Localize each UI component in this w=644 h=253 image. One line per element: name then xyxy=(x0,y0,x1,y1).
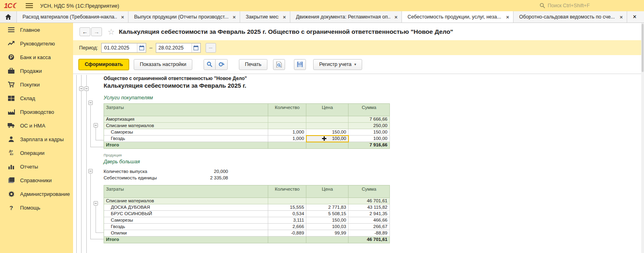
sidebar-item-administrirovanie[interactable]: Администрирование xyxy=(0,187,73,201)
sidebar: Главное Руководителю Банк и касса Продаж… xyxy=(0,23,73,253)
vertical-scrollbar[interactable] xyxy=(641,23,644,253)
collapse-group-button[interactable] xyxy=(79,86,84,91)
close-icon[interactable]: × xyxy=(121,14,124,20)
collapse-product-group-button[interactable] xyxy=(88,169,93,173)
title-bar: 1С☾ УСН, НДС 5% (1С:Предприятие) Поиск C… xyxy=(0,0,644,11)
cell-cursor-icon xyxy=(322,136,327,141)
close-icon[interactable]: × xyxy=(283,14,286,20)
favorite-star-icon[interactable]: ☆ xyxy=(108,27,115,37)
tab-vypusk-produkcii[interactable]: Выпуск продукции (Отчеты производст... × xyxy=(128,11,240,23)
close-icon[interactable]: × xyxy=(506,14,509,20)
briefcase-icon xyxy=(6,67,16,74)
tab-rashod-materialov[interactable]: Расход материалов (Требования-накла... × xyxy=(17,11,128,23)
calendar-icon[interactable] xyxy=(137,43,146,52)
show-settings-button[interactable]: Показать настройки xyxy=(134,59,192,70)
table-row[interactable]: Списание материалов 250,00 xyxy=(104,123,390,129)
unit-cost-line: Себестоимость единицы 2 335,08 xyxy=(104,175,228,181)
services-table: Затраты Количество Цена Сумма Амортизаци… xyxy=(104,103,390,149)
col-zatraty: Затраты xyxy=(104,104,268,116)
back-icon: ← xyxy=(82,29,88,35)
table-row[interactable]: Списание материалов 46 701,61 xyxy=(104,198,390,204)
tab-zakrytie-mesyaca[interactable]: Закрытие месяца × xyxy=(240,11,290,23)
table-row[interactable]: БРУС ОСИНОВЫЙ 0,534 5 508,15 2 941,35 xyxy=(104,211,390,217)
period-more-button[interactable]: ... xyxy=(206,43,216,53)
scrollbar-thumb[interactable] xyxy=(642,24,644,72)
print-button[interactable]: Печать xyxy=(239,59,267,70)
cart-icon xyxy=(6,81,16,88)
sidebar-item-rukovoditelyu[interactable]: Руководителю xyxy=(0,37,73,50)
col-zatraty: Затраты xyxy=(104,185,268,198)
table-row[interactable]: Гвоздь 2,666 100,03 266,67 xyxy=(104,224,390,230)
print-preview-button[interactable] xyxy=(273,59,285,70)
forward-icon: → xyxy=(94,29,100,35)
group-bracket xyxy=(96,128,96,140)
find-next-button[interactable] xyxy=(216,59,228,70)
sidebar-item-pomosch[interactable]: ? Помощь xyxy=(0,201,73,214)
group-bracket xyxy=(96,206,96,232)
search-placeholder: Поиск Ctrl+Shift+F xyxy=(548,3,590,8)
1c-logo: 1С☾ xyxy=(4,2,18,10)
sidebar-item-spravochniki[interactable]: Справочники xyxy=(0,173,73,187)
collapse-materials2-group-button[interactable] xyxy=(94,201,98,206)
period-to-input[interactable] xyxy=(156,43,192,52)
collapse-services-group-button[interactable] xyxy=(88,101,93,105)
table-row[interactable]: Опилки -0,889 99,99 -88,89 xyxy=(104,230,390,237)
group-bracket xyxy=(90,239,104,239)
group-bracket xyxy=(96,232,104,233)
period-from-input[interactable] xyxy=(102,43,137,52)
table-row[interactable]: ДОСКА ДУБОВАЯ 15,555 2 771,83 43 115,82 xyxy=(104,204,390,211)
section-services-label: Услуги покупателям xyxy=(104,95,153,101)
find-button[interactable] xyxy=(204,59,216,70)
tab-clipped[interactable]: × xyxy=(627,11,644,23)
table-row[interactable]: Амортизация 7 666,66 xyxy=(104,116,390,123)
warehouse-icon xyxy=(6,95,16,102)
output-qty-line: Количество выпуска 20,000 xyxy=(104,168,228,175)
col-cena: Цена xyxy=(306,104,348,116)
calendar-icon[interactable] xyxy=(192,43,200,52)
tab-dvizheniya-dokumenta[interactable]: Движения документа: Регламентная оп... × xyxy=(290,11,402,23)
sidebar-item-sklad[interactable]: Склад xyxy=(0,91,73,105)
col-cena: Цена xyxy=(306,185,348,198)
close-icon[interactable]: × xyxy=(633,13,636,21)
save-button[interactable] xyxy=(294,59,306,70)
tab-bar: Расход материалов (Требования-накла... ×… xyxy=(0,11,644,23)
table-total-row[interactable]: Итого 46 701,61 xyxy=(104,237,390,243)
floppy-save-icon xyxy=(297,62,303,67)
group-level-line xyxy=(81,75,82,253)
table-total-row[interactable]: Итого 7 916,66 xyxy=(104,142,390,149)
forward-button[interactable]: → xyxy=(91,27,102,36)
product-name-label: Дверь большая xyxy=(104,159,140,165)
back-button[interactable]: ← xyxy=(79,27,90,36)
table-row[interactable]: Саморезы 1,000 150,00 150,00 xyxy=(104,129,390,136)
sidebar-item-bank-i-kassa[interactable]: Банк и касса xyxy=(0,50,73,64)
sidebar-item-pokupki[interactable]: Покупки xyxy=(0,78,73,91)
sidebar-item-zarplata-i-kadry[interactable]: Зарплата и кадры xyxy=(0,132,73,146)
generate-button[interactable]: Сформировать xyxy=(79,59,129,70)
sidebar-item-prodazhi[interactable]: Продажи xyxy=(0,64,73,78)
register-dropdown-button[interactable]: Регистр учета ▾ xyxy=(313,59,362,70)
collapse-materials-group-button[interactable] xyxy=(94,123,98,128)
report-header-row: ← → ☆ Калькуляция себестоимости за Февра… xyxy=(73,23,644,40)
selected-cell[interactable]: 100,00 xyxy=(306,136,348,142)
sidebar-item-operacii[interactable]: Дт Кт Операции xyxy=(0,146,73,160)
period-dash: – xyxy=(149,45,152,51)
close-icon[interactable]: × xyxy=(620,14,623,20)
table-row[interactable]: Гвоздь 1,000 100,00 100,00 xyxy=(104,136,390,142)
home-tab[interactable] xyxy=(0,11,17,23)
table-row[interactable]: Саморезы 3,111 150,00 466,66 xyxy=(104,217,390,224)
global-search-input[interactable]: Поиск Ctrl+Shift+F xyxy=(540,1,628,10)
collapse-group-button[interactable] xyxy=(84,86,89,91)
sidebar-item-os-i-nma[interactable]: ОС и НМА xyxy=(0,119,73,132)
period-to-field xyxy=(156,43,201,53)
group-bracket xyxy=(90,174,91,239)
close-icon[interactable]: × xyxy=(394,14,397,20)
close-icon[interactable]: × xyxy=(232,14,236,20)
sidebar-item-proizvodstvo[interactable]: Производство xyxy=(0,105,73,119)
dtkt-icon: Дт Кт xyxy=(6,149,16,156)
app-title: УСН, НДС 5% (1С:Предприятие) xyxy=(40,3,119,9)
tab-oborotno-saldovaya[interactable]: Оборотно-сальдовая ведомость по сче... × xyxy=(514,11,627,23)
sidebar-item-glavnoe[interactable]: Главное xyxy=(0,23,73,37)
main-menu-icon[interactable] xyxy=(26,3,33,8)
sidebar-item-otchety[interactable]: Отчеты xyxy=(0,160,73,173)
tab-sebestoimost[interactable]: Себестоимость продукции, услуг, неза... … xyxy=(402,11,514,23)
